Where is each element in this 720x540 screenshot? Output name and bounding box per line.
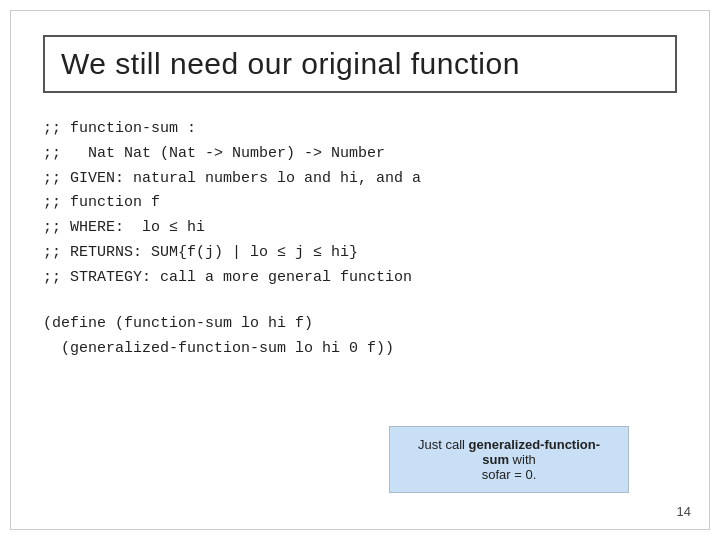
code-line-2: ;; Nat Nat (Nat -> Number) -> Number bbox=[43, 142, 677, 167]
code-line-7: ;; STRATEGY: call a more general functio… bbox=[43, 266, 677, 291]
tooltip-text-prefix: Just call bbox=[418, 437, 469, 452]
page-number: 14 bbox=[677, 504, 691, 519]
tooltip-box: Just call generalized-function-sum with … bbox=[389, 426, 629, 493]
define-line-2: (generalized-function-sum lo hi 0 f)) bbox=[43, 337, 677, 362]
code-line-6: ;; RETURNS: SUM{f(j) | lo ≤ j ≤ hi} bbox=[43, 241, 677, 266]
tooltip-sofar: sofar = 0. bbox=[482, 467, 537, 482]
code-line-5: ;; WHERE: lo ≤ hi bbox=[43, 216, 677, 241]
code-line-3: ;; GIVEN: natural numbers lo and hi, and… bbox=[43, 167, 677, 192]
code-line-4: ;; function f bbox=[43, 191, 677, 216]
define-line-1: (define (function-sum lo hi f) bbox=[43, 312, 677, 337]
tooltip-text-suffix: with bbox=[509, 452, 536, 467]
code-block: ;; function-sum : ;; Nat Nat (Nat -> Num… bbox=[43, 117, 677, 290]
title-box: We still need our original function bbox=[43, 35, 677, 93]
code-line-1: ;; function-sum : bbox=[43, 117, 677, 142]
slide-title: We still need our original function bbox=[61, 47, 520, 80]
define-block: (define (function-sum lo hi f) (generali… bbox=[43, 312, 677, 362]
slide: We still need our original function ;; f… bbox=[10, 10, 710, 530]
